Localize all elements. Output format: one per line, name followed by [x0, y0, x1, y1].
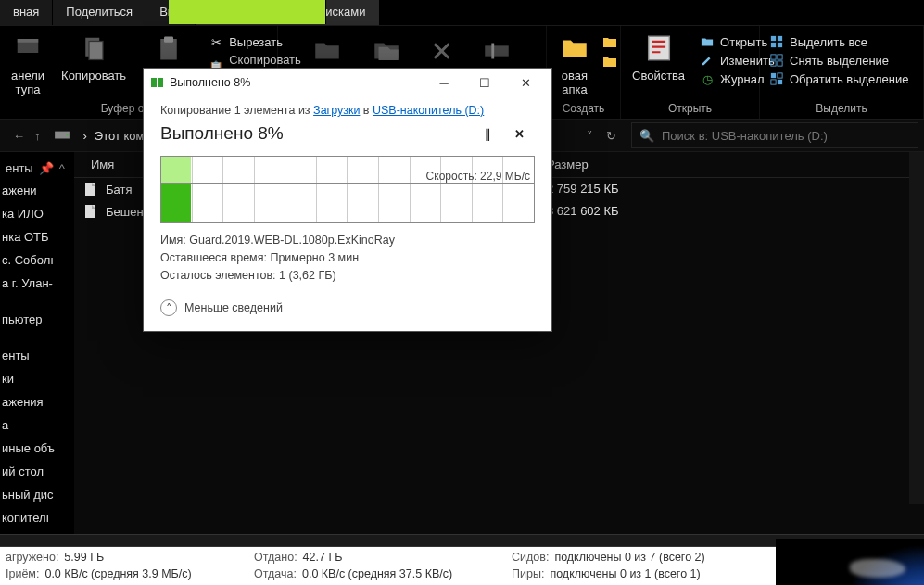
progress-status: Выполнено 8%: [160, 123, 472, 144]
up-button[interactable]: ↑: [34, 129, 41, 143]
sidebar-item[interactable]: ий стол: [0, 460, 74, 483]
delete-icon[interactable]: ✕: [430, 35, 453, 68]
svg-rect-10: [778, 36, 782, 41]
move-to-icon[interactable]: [311, 35, 343, 70]
svg-rect-1: [18, 39, 39, 43]
ribbon-tabs: вная Поделиться Вид Средства работы с ди…: [0, 0, 924, 26]
minimize-button[interactable]: ─: [424, 70, 464, 95]
pause-button[interactable]: ∥: [472, 121, 503, 146]
search-icon: 🔍: [639, 129, 654, 143]
copy-button[interactable]: Копировать: [56, 30, 132, 84]
properties-button[interactable]: Свойства: [627, 30, 690, 84]
scissors-icon: ✂: [209, 34, 223, 49]
fewer-details-button[interactable]: ˄ Меньше сведений: [160, 292, 535, 316]
edit-icon: [700, 53, 715, 68]
navigation-pane[interactable]: енты📌^ аженика ИЛОнка ОТБс. Соболıа г. У…: [0, 152, 74, 534]
close-button[interactable]: ✕: [505, 70, 546, 95]
sidebar-item[interactable]: копителı: [0, 506, 74, 529]
invert-selection-button[interactable]: Обратить выделение: [766, 70, 912, 87]
open-icon: [700, 34, 715, 49]
back-button[interactable]: ←: [13, 129, 25, 143]
scrollbar[interactable]: [909, 152, 924, 504]
sidebar-item[interactable]: а: [0, 413, 74, 437]
svg-rect-25: [151, 78, 157, 87]
svg-rect-5: [164, 37, 173, 43]
sidebar-item[interactable]: с. Соболı: [0, 248, 74, 272]
sidebar-item[interactable]: ки: [0, 367, 74, 390]
destination-link[interactable]: USB-накопитель (D:): [373, 104, 484, 117]
torrent-stats-panel: агружено:5.99 ГБ Отдано:42.7 ГБ Сидов:по…: [0, 534, 924, 585]
sidebar-item[interactable]: ажени: [0, 179, 74, 202]
sidebar-item[interactable]: ажения: [0, 390, 74, 413]
pin-panel-button[interactable]: анели тупа: [6, 30, 50, 98]
speed-label: Скорость: 22,9 МБ/с: [426, 170, 530, 183]
sidebar-item[interactable]: ка ИЛО: [0, 202, 74, 225]
select-all-icon: [769, 34, 784, 49]
dropdown-icon[interactable]: ˅: [587, 129, 593, 143]
select-all-button[interactable]: Выделить все: [766, 33, 912, 50]
sidebar-item[interactable]: нка ОТБ: [0, 225, 74, 248]
svg-rect-7: [491, 44, 494, 59]
copy-description: Копирование 1 элемента из Загрузки в USB…: [160, 104, 535, 117]
sidebar-item[interactable]: иные объ: [0, 437, 74, 460]
properties-icon: [642, 32, 676, 65]
easy-access-icon[interactable]: [602, 55, 617, 72]
select-none-icon: [769, 53, 784, 68]
copy-to-icon[interactable]: [371, 35, 402, 70]
svg-rect-12: [778, 43, 782, 47]
sidebar-item[interactable]: ьный дис: [0, 483, 74, 506]
refresh-button[interactable]: ↻: [606, 129, 616, 143]
svg-rect-11: [771, 43, 776, 47]
pin-icon: [11, 32, 44, 65]
column-size[interactable]: Размер: [538, 152, 924, 177]
sidebar-item[interactable]: пьютер: [0, 308, 74, 331]
svg-point-22: [66, 133, 68, 134]
svg-rect-17: [771, 73, 776, 78]
tab-main[interactable]: вная: [0, 0, 53, 25]
copy-progress-dialog: Выполнено 8% ─ ☐ ✕ Копирование 1 элемент…: [143, 68, 552, 332]
dialog-icon: [149, 75, 164, 90]
copy-details: Имя: Guard.2019.WEB-DL.1080p.ExKinoRay О…: [160, 232, 535, 284]
svg-rect-20: [778, 80, 782, 84]
svg-rect-8: [648, 36, 669, 60]
chevron-up-icon: ˄: [160, 299, 177, 316]
copy-icon: [77, 32, 110, 65]
svg-rect-19: [771, 80, 776, 84]
pin-icon: 📌: [39, 161, 54, 175]
sidebar-item[interactable]: енты: [0, 344, 74, 367]
sidebar-item[interactable]: а г. Улан-: [0, 272, 74, 295]
history-icon: ◷: [700, 71, 715, 86]
svg-rect-6: [485, 45, 509, 56]
folder-icon: [558, 32, 591, 65]
search-input[interactable]: [662, 129, 910, 143]
svg-rect-15: [771, 61, 776, 66]
paste-icon: [152, 32, 185, 65]
invert-selection-icon: [769, 71, 784, 86]
search-box[interactable]: 🔍: [631, 122, 918, 148]
tab-share[interactable]: Поделиться: [53, 0, 146, 25]
tab-active-contextual[interactable]: [169, 0, 326, 24]
new-item-icon[interactable]: [602, 35, 617, 53]
select-none-button[interactable]: Снять выделение: [766, 52, 912, 69]
rename-icon[interactable]: [481, 35, 513, 70]
throughput-graph: Скорость: 22,9 МБ/с: [160, 156, 535, 223]
maximize-button[interactable]: ☐: [464, 70, 505, 95]
svg-rect-18: [778, 73, 782, 78]
new-folder-button[interactable]: овая апка: [552, 30, 597, 98]
svg-rect-26: [158, 78, 163, 87]
svg-rect-13: [771, 55, 776, 59]
drive-icon: [54, 126, 70, 146]
svg-rect-9: [771, 36, 776, 41]
dialog-title: Выполнено 8%: [170, 76, 424, 89]
svg-rect-3: [89, 42, 103, 60]
source-link[interactable]: Загрузки: [313, 104, 360, 117]
earth-thumbnail: [776, 539, 924, 585]
svg-rect-14: [778, 55, 782, 59]
cancel-button[interactable]: ✕: [503, 121, 535, 146]
svg-rect-16: [778, 61, 782, 66]
